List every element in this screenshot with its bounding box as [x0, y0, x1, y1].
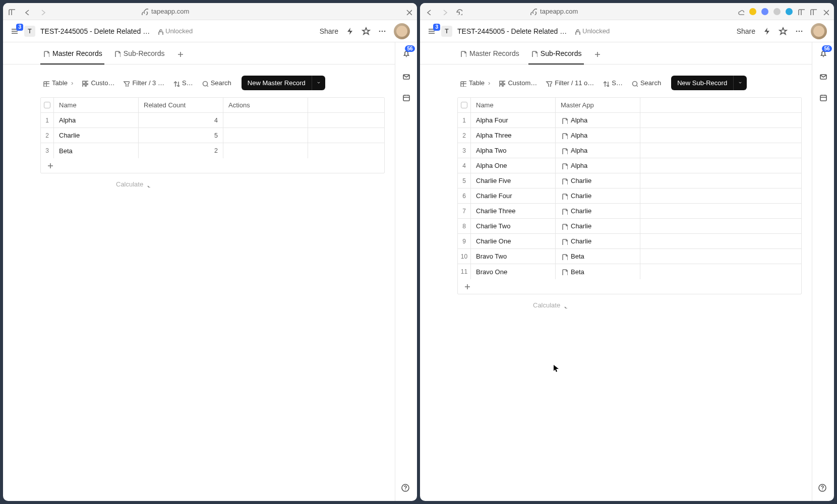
cell-name[interactable]: Charlie	[54, 128, 139, 143]
table-row[interactable]: 8Charlie TwoCharlie	[458, 219, 801, 234]
back-icon[interactable]	[23, 8, 30, 15]
cell-actions[interactable]	[223, 143, 308, 158]
lock-state[interactable]: Unlocked	[156, 27, 193, 35]
cell-related[interactable]: 2	[139, 143, 223, 158]
col-actions[interactable]: Actions	[223, 98, 308, 112]
tab-add[interactable]	[593, 42, 600, 64]
table-row[interactable]: 11Bravo OneBeta	[458, 264, 801, 279]
help-button[interactable]	[818, 483, 827, 494]
ext-icon[interactable]	[773, 8, 781, 15]
tab-master-records[interactable]: Master Records	[42, 42, 102, 64]
notifications-button[interactable]: 56	[819, 49, 828, 60]
share-button[interactable]: Share	[737, 27, 755, 35]
cell-name[interactable]: Charlie Four	[471, 188, 556, 203]
cell-name[interactable]: Alpha One	[471, 158, 556, 173]
cell-master[interactable]: Beta	[556, 249, 640, 264]
app-icon[interactable]: T	[24, 26, 35, 37]
cell-master[interactable]: Charlie	[556, 219, 640, 233]
automations-icon[interactable]	[345, 27, 354, 36]
tab-add[interactable]	[176, 42, 183, 64]
filter-button[interactable]: Filter / 11 o…	[545, 79, 594, 87]
cell-name[interactable]: Charlie Three	[471, 204, 556, 218]
table-row[interactable]: 2Alpha ThreeAlpha	[458, 128, 801, 143]
new-record-dropdown[interactable]	[312, 76, 325, 90]
customize-button[interactable]: Custom…	[498, 79, 537, 87]
sidebar-toggle-icon[interactable]	[798, 8, 805, 15]
cell-name[interactable]: Alpha Two	[471, 143, 556, 158]
menu-button[interactable]: 3	[427, 27, 436, 36]
close-tab-icon[interactable]	[822, 8, 829, 15]
tab-master-records[interactable]: Master Records	[459, 42, 519, 64]
cell-master[interactable]: Charlie	[556, 188, 640, 203]
calculate-row[interactable]: Calculate	[457, 294, 802, 316]
calculate-row[interactable]: Calculate	[40, 173, 385, 195]
inbox-icon[interactable]	[819, 72, 828, 81]
table-row[interactable]: 1Alpha FourAlpha	[458, 113, 801, 128]
cell-related[interactable]: 4	[139, 113, 223, 128]
search-button[interactable]: Search	[631, 79, 661, 87]
cell-actions[interactable]	[223, 128, 308, 143]
more-icon[interactable]	[795, 27, 804, 36]
table-row[interactable]: 10Bravo TwoBeta	[458, 249, 801, 264]
col-name[interactable]: Name	[471, 98, 556, 112]
table-row[interactable]: 3Alpha TwoAlpha	[458, 143, 801, 158]
tab-sub-records[interactable]: Sub-Records	[530, 42, 582, 64]
ext-icon[interactable]	[761, 8, 768, 15]
cell-master[interactable]: Alpha	[556, 113, 640, 128]
cell-name[interactable]: Charlie One	[471, 234, 556, 248]
automations-icon[interactable]	[762, 27, 771, 36]
back-icon[interactable]	[425, 8, 432, 15]
favorite-icon[interactable]	[779, 27, 788, 36]
ext-icon[interactable]	[749, 8, 756, 15]
cell-name[interactable]: Charlie Two	[471, 219, 556, 233]
table-row[interactable]: 9Charlie OneCharlie	[458, 234, 801, 249]
select-all-checkbox[interactable]	[461, 102, 467, 108]
table-row[interactable]: 6Charlie FourCharlie	[458, 188, 801, 204]
cell-master[interactable]: Alpha	[556, 143, 640, 158]
cell-name[interactable]: Bravo Two	[471, 249, 556, 264]
inbox-icon[interactable]	[402, 72, 411, 81]
col-name[interactable]: Name	[54, 98, 139, 112]
new-record-dropdown[interactable]	[733, 76, 747, 90]
table-row[interactable]: 2Charlie5	[41, 128, 384, 143]
forward-icon[interactable]	[440, 8, 447, 15]
share-button[interactable]: Share	[320, 27, 338, 35]
sort-button[interactable]: S…	[172, 79, 193, 87]
cell-related[interactable]: 5	[139, 128, 223, 143]
sidebar-toggle-icon[interactable]	[8, 8, 15, 15]
add-row[interactable]	[458, 279, 801, 294]
cell-master[interactable]: Alpha	[556, 158, 640, 173]
calendar-icon[interactable]	[402, 93, 411, 102]
close-tab-icon[interactable]	[405, 8, 412, 15]
add-row[interactable]	[41, 158, 384, 173]
filter-button[interactable]: Filter / 3 …	[123, 79, 164, 87]
cell-master[interactable]: Beta	[556, 264, 640, 279]
tab-sub-records[interactable]: Sub-Records	[113, 42, 165, 64]
forward-icon[interactable]	[38, 8, 45, 15]
cell-master[interactable]: Charlie	[556, 173, 640, 188]
sort-button[interactable]: S…	[602, 79, 623, 87]
col-master[interactable]: Master App	[556, 98, 640, 112]
cloud-icon[interactable]	[737, 8, 744, 15]
lock-state[interactable]: Unlocked	[573, 27, 610, 35]
help-button[interactable]	[401, 483, 410, 494]
cell-name[interactable]: Alpha	[54, 113, 139, 128]
cell-master[interactable]: Charlie	[556, 234, 640, 248]
cell-master[interactable]: Alpha	[556, 128, 640, 143]
avatar[interactable]	[811, 23, 827, 39]
cell-name[interactable]: Alpha Four	[471, 113, 556, 128]
view-table[interactable]: Table	[42, 79, 73, 87]
table-row[interactable]: 7Charlie ThreeCharlie	[458, 204, 801, 219]
search-button[interactable]: Search	[201, 79, 231, 87]
cell-name[interactable]: Charlie Five	[471, 173, 556, 188]
cell-name[interactable]: Bravo One	[471, 264, 556, 279]
panels-icon[interactable]	[810, 8, 817, 15]
cell-master[interactable]: Charlie	[556, 204, 640, 218]
cell-name[interactable]: Beta	[54, 143, 139, 158]
table-row[interactable]: 5Charlie FiveCharlie	[458, 173, 801, 188]
app-icon[interactable]: T	[441, 26, 452, 37]
calendar-icon[interactable]	[819, 93, 828, 102]
table-row[interactable]: 1Alpha4	[41, 113, 384, 128]
col-related[interactable]: Related Count	[139, 98, 223, 112]
favorite-icon[interactable]	[362, 27, 371, 36]
